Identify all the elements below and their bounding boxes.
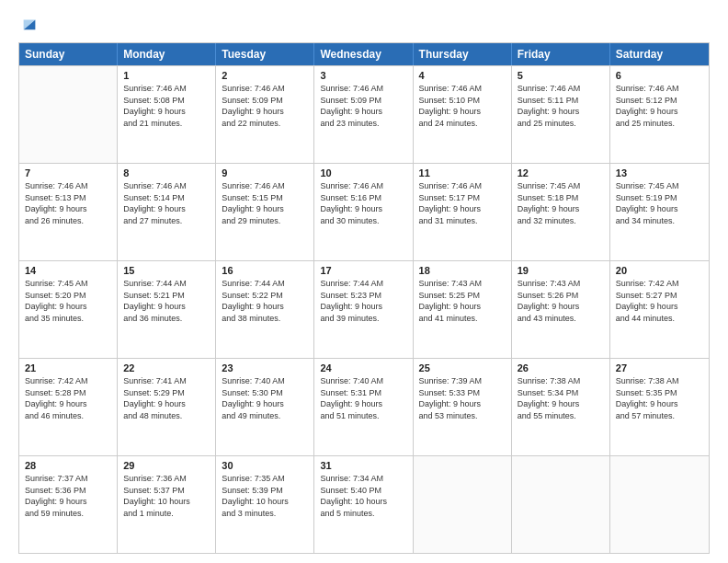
cell-info-line: Sunrise: 7:46 AM	[320, 83, 406, 95]
calendar-cell: 5Sunrise: 7:46 AMSunset: 5:11 PMDaylight…	[512, 66, 610, 163]
day-number: 6	[616, 70, 703, 81]
calendar-cell: 6Sunrise: 7:46 AMSunset: 5:12 PMDaylight…	[610, 66, 709, 163]
cell-info-line: Sunrise: 7:46 AM	[419, 180, 506, 192]
calendar-cell: 2Sunrise: 7:46 AMSunset: 5:09 PMDaylight…	[216, 66, 314, 163]
calendar-cell: 4Sunrise: 7:46 AMSunset: 5:10 PMDaylight…	[414, 66, 512, 163]
cell-info-line: and 53 minutes.	[419, 410, 506, 422]
cell-info-line: Daylight: 9 hours	[123, 398, 210, 410]
calendar-cell: 3Sunrise: 7:46 AMSunset: 5:09 PMDaylight…	[314, 66, 413, 163]
calendar-cell: 25Sunrise: 7:39 AMSunset: 5:33 PMDayligh…	[414, 359, 512, 455]
calendar-cell: 12Sunrise: 7:45 AMSunset: 5:18 PMDayligh…	[512, 164, 610, 260]
calendar: SundayMondayTuesdayWednesdayThursdayFrid…	[18, 42, 710, 554]
calendar-cell: 31Sunrise: 7:34 AMSunset: 5:40 PMDayligh…	[314, 456, 413, 553]
cell-info-line: Sunset: 5:36 PM	[25, 485, 111, 497]
page: SundayMondayTuesdayWednesdayThursdayFrid…	[0, 0, 728, 563]
cell-info-line: Daylight: 9 hours	[123, 301, 210, 313]
calendar-cell: 24Sunrise: 7:40 AMSunset: 5:31 PMDayligh…	[314, 359, 413, 455]
cell-info-line: and 38 minutes.	[222, 313, 308, 325]
day-number: 27	[616, 362, 703, 373]
cell-info-line: Sunrise: 7:44 AM	[222, 278, 308, 290]
cell-info-line: Sunrise: 7:43 AM	[419, 278, 506, 290]
cell-info-line: and 59 minutes.	[25, 508, 111, 520]
header-day-sunday: Sunday	[19, 43, 118, 65]
day-number: 12	[518, 167, 604, 178]
cell-info-line: and 55 minutes.	[518, 410, 604, 422]
cell-info-line: Daylight: 9 hours	[222, 301, 308, 313]
cell-info-line: Sunrise: 7:46 AM	[222, 83, 308, 95]
cell-info-line: Sunset: 5:21 PM	[123, 290, 210, 302]
logo	[18, 15, 39, 33]
cell-info-line: Sunrise: 7:44 AM	[320, 278, 406, 290]
cell-info-line: Sunrise: 7:46 AM	[123, 83, 210, 95]
cell-info-line: Sunset: 5:37 PM	[123, 485, 210, 497]
day-number: 18	[419, 265, 506, 276]
day-number: 30	[222, 460, 308, 471]
cell-info-line: Sunset: 5:23 PM	[320, 290, 406, 302]
cell-info-line: Daylight: 10 hours	[123, 496, 210, 508]
cell-info-line: Sunrise: 7:44 AM	[123, 278, 210, 290]
calendar-row-3: 14Sunrise: 7:45 AMSunset: 5:20 PMDayligh…	[19, 260, 709, 358]
day-number: 2	[222, 70, 308, 81]
day-number: 23	[222, 362, 308, 373]
calendar-cell: 26Sunrise: 7:38 AMSunset: 5:34 PMDayligh…	[512, 359, 610, 455]
cell-info-line: Daylight: 9 hours	[616, 106, 703, 118]
cell-info-line: Sunrise: 7:43 AM	[518, 278, 604, 290]
cell-info-line: and 23 minutes.	[320, 118, 406, 130]
cell-info-line: Daylight: 9 hours	[518, 106, 604, 118]
cell-info-line: and 25 minutes.	[616, 118, 703, 130]
day-number: 10	[320, 167, 406, 178]
calendar-cell: 29Sunrise: 7:36 AMSunset: 5:37 PMDayligh…	[118, 456, 216, 553]
cell-info-line: Sunset: 5:09 PM	[222, 95, 308, 107]
cell-info-line: Sunset: 5:19 PM	[616, 192, 703, 204]
day-number: 9	[222, 167, 308, 178]
day-number: 19	[518, 265, 604, 276]
day-number: 21	[25, 362, 111, 373]
calendar-cell	[414, 456, 512, 553]
cell-info-line: Sunset: 5:26 PM	[518, 290, 604, 302]
cell-info-line: and 43 minutes.	[518, 313, 604, 325]
cell-info-line: Sunrise: 7:46 AM	[25, 180, 111, 192]
cell-info-line: and 41 minutes.	[419, 313, 506, 325]
calendar-cell: 27Sunrise: 7:38 AMSunset: 5:35 PMDayligh…	[610, 359, 709, 455]
day-number: 8	[123, 167, 210, 178]
cell-info-line: and 21 minutes.	[123, 118, 210, 130]
cell-info-line: Sunset: 5:35 PM	[616, 387, 703, 399]
cell-info-line: Sunrise: 7:40 AM	[320, 375, 406, 387]
calendar-cell: 8Sunrise: 7:46 AMSunset: 5:14 PMDaylight…	[118, 164, 216, 260]
cell-info-line: Sunset: 5:33 PM	[419, 387, 506, 399]
cell-info-line: Daylight: 9 hours	[222, 398, 308, 410]
logo-icon	[20, 15, 39, 33]
cell-info-line: Daylight: 9 hours	[616, 203, 703, 215]
cell-info-line: and 3 minutes.	[222, 508, 308, 520]
cell-info-line: Sunrise: 7:45 AM	[616, 180, 703, 192]
cell-info-line: Sunrise: 7:46 AM	[222, 180, 308, 192]
cell-info-line: and 49 minutes.	[222, 410, 308, 422]
day-number: 24	[320, 362, 406, 373]
calendar-cell: 19Sunrise: 7:43 AMSunset: 5:26 PMDayligh…	[512, 261, 610, 358]
cell-info-line: Daylight: 9 hours	[320, 203, 406, 215]
calendar-cell: 11Sunrise: 7:46 AMSunset: 5:17 PMDayligh…	[414, 164, 512, 260]
day-number: 11	[419, 167, 506, 178]
calendar-cell: 14Sunrise: 7:45 AMSunset: 5:20 PMDayligh…	[19, 261, 118, 358]
calendar-cell: 1Sunrise: 7:46 AMSunset: 5:08 PMDaylight…	[118, 66, 216, 163]
cell-info-line: Sunset: 5:08 PM	[123, 95, 210, 107]
cell-info-line: and 32 minutes.	[518, 215, 604, 227]
cell-info-line: Sunset: 5:14 PM	[123, 192, 210, 204]
cell-info-line: Sunset: 5:34 PM	[518, 387, 604, 399]
cell-info-line: and 36 minutes.	[123, 313, 210, 325]
cell-info-line: Sunrise: 7:42 AM	[25, 375, 111, 387]
cell-info-line: Sunset: 5:12 PM	[616, 95, 703, 107]
calendar-cell: 30Sunrise: 7:35 AMSunset: 5:39 PMDayligh…	[216, 456, 314, 553]
cell-info-line: Daylight: 9 hours	[222, 203, 308, 215]
cell-info-line: and 34 minutes.	[616, 215, 703, 227]
cell-info-line: Daylight: 9 hours	[518, 301, 604, 313]
cell-info-line: Sunrise: 7:45 AM	[25, 278, 111, 290]
cell-info-line: Daylight: 9 hours	[320, 398, 406, 410]
cell-info-line: Sunrise: 7:39 AM	[419, 375, 506, 387]
cell-info-line: Daylight: 9 hours	[518, 203, 604, 215]
cell-info-line: Sunset: 5:40 PM	[320, 485, 406, 497]
header-day-monday: Monday	[118, 43, 216, 65]
cell-info-line: Sunrise: 7:38 AM	[616, 375, 703, 387]
header	[18, 15, 710, 33]
cell-info-line: Sunrise: 7:36 AM	[123, 473, 210, 485]
